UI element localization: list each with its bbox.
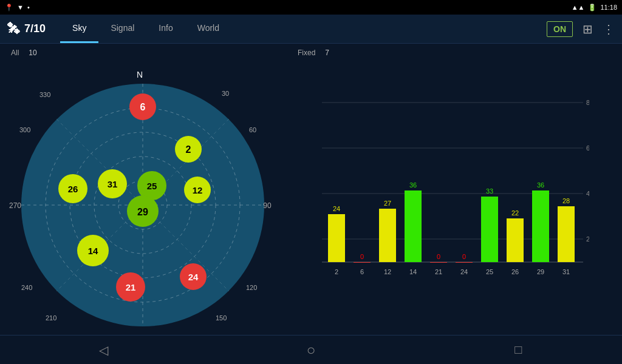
bar-sat-21 [430,262,447,263]
bar-sat-2 [328,214,345,262]
bar-val-21: 0 [437,253,440,260]
bar-sat-14 [405,190,422,262]
x-label-14: 14 [409,268,417,275]
all-label: All [11,49,19,57]
bar-val-25: 33 [486,187,493,195]
sat-2: 2 [186,144,191,155]
bar-sat-12 [379,209,396,262]
wifi-icon: ▼ [17,4,24,11]
x-label-25: 25 [486,268,493,275]
sat-26: 26 [68,184,78,194]
y-label-60: 60 [586,144,589,152]
x-label-6: 6 [360,268,364,275]
tab-sky[interactable]: Sky [60,15,98,43]
compass-330: 330 [39,91,50,98]
bottom-bar: ◁ ○ □ [0,335,622,364]
compass-120: 120 [246,284,257,291]
all-value: 10 [29,49,36,57]
x-label-31: 31 [562,268,570,275]
fixed-value: 7 [325,49,329,57]
sat-6: 6 [140,102,146,112]
bar-sat-29 [532,190,549,262]
main-content: All 10 N 90 180 270 30 60 120 150 [0,44,622,335]
compass-210: 210 [46,314,56,322]
bar-sat-26 [507,218,524,262]
app-logo: 🛰 7/10 [7,22,46,36]
x-label-26: 26 [511,268,519,275]
compass-n: N [137,70,143,79]
menu-icon[interactable]: ⋮ [603,22,615,36]
nav-bar: 🛰 7/10 Sky Signal Info World ON ⊞ ⋮ [0,15,622,44]
bar-sat-24 [456,262,473,263]
sat-12: 12 [193,185,203,195]
y-label-20: 20 [586,235,589,243]
status-bar: 📍 ▼ • ▲▲ 🔋 11:18 [0,0,622,15]
sat-29: 29 [137,207,148,217]
bar-val-6: 0 [360,253,364,260]
y-label-80: 80 [586,99,589,106]
bar-sat-31 [558,206,575,262]
chart-panel: Fixed 7 80 60 40 20 24 2 0 6 [285,49,622,335]
status-bar-right: ▲▲ 🔋 11:18 [572,4,617,12]
bar-val-14: 36 [409,181,417,189]
bar-sat-6 [354,262,371,263]
sat-21: 21 [126,282,136,292]
home-icon: ○ [307,342,316,359]
x-label-2: 2 [335,268,338,275]
tab-info[interactable]: Info [146,15,185,43]
sat-31: 31 [108,179,118,189]
bar-val-31: 28 [562,197,570,204]
nav-tabs: Sky Signal Info World [60,15,547,43]
x-label-29: 29 [537,268,544,275]
bar-val-2: 24 [333,205,340,212]
recent-icon: □ [514,343,522,357]
polar-chart: N 90 180 270 30 60 120 150 210 240 300 3… [6,59,279,326]
sky-panel: All 10 N 90 180 270 30 60 120 150 [0,49,285,335]
x-label-21: 21 [435,268,442,275]
on-button[interactable]: ON [547,21,573,37]
back-button[interactable]: ◁ [80,338,128,362]
fixed-label: Fixed [298,49,315,57]
bar-val-12: 27 [384,200,391,207]
settings-icon[interactable]: ⊞ [583,22,593,36]
signal-icon: ▲▲ [572,4,585,11]
compass-300: 300 [19,126,30,133]
x-label-12: 12 [384,268,391,275]
bar-chart: 80 60 40 20 24 2 0 6 27 12 36 14 0 [298,62,589,292]
compass-240: 240 [21,284,32,291]
nav-actions: ON ⊞ ⋮ [547,21,615,37]
y-label-40: 40 [586,190,589,197]
sat-24: 24 [188,272,199,282]
status-bar-left: 📍 ▼ • [5,4,30,12]
battery-icon: 🔋 [588,4,596,12]
tab-signal[interactable]: Signal [98,15,146,43]
tab-world[interactable]: World [185,15,231,43]
app-title: 7/10 [24,22,46,35]
bar-val-26: 22 [511,209,519,217]
compass-30: 30 [222,90,229,97]
compass-150: 150 [216,314,227,322]
bar-val-24: 0 [462,253,466,260]
back-icon: ◁ [99,343,108,357]
bar-val-29: 36 [537,181,544,189]
recent-button[interactable]: □ [494,338,542,362]
bar-sat-25 [481,197,498,262]
compass-60: 60 [249,126,256,133]
x-label-24: 24 [460,268,468,275]
home-button[interactable]: ○ [287,338,335,362]
compass-270: 270 [9,201,21,210]
time-display: 11:18 [600,4,617,11]
gps-status-icon: 📍 [5,4,13,12]
compass-90: 90 [263,201,272,210]
info-dot-icon: • [27,4,30,11]
sat-25: 25 [147,181,157,191]
sat-14: 14 [88,246,98,256]
satellite-icon: 🛰 [7,22,19,36]
